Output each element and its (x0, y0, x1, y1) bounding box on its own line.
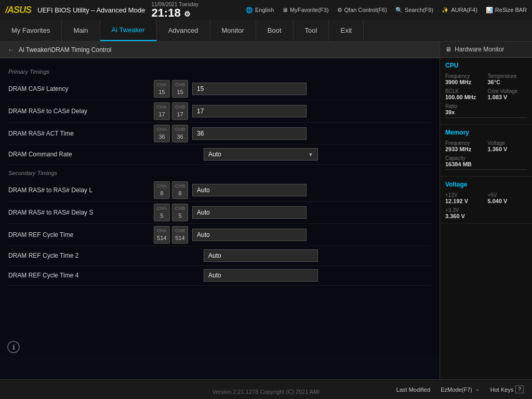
nav-ai-tweaker[interactable]: Ai Tweaker (100, 20, 157, 41)
header-bar: /ASUS UEFI BIOS Utility – Advanced Mode … (0, 0, 532, 20)
cpu-divider (445, 117, 527, 118)
cpu-bclk-item: BCLK 100.00 MHz (445, 88, 485, 100)
ras-ras-delay-s-dropdown[interactable]: Auto (192, 206, 307, 219)
memory-section: Memory Frequency 2933 MHz Voltage 1.360 … (440, 125, 532, 177)
nav-main[interactable]: Main (62, 20, 100, 41)
ref-cycle-badges: CHA 514 CHB 514 (154, 226, 188, 244)
cpu-section-title: CPU (445, 62, 527, 69)
memory-divider (445, 169, 527, 170)
main-nav: My Favorites Main Ai Tweaker Advanced Mo… (0, 20, 532, 42)
ras-ras-delay-l-dropdown[interactable]: Auto (192, 184, 307, 196)
ras-ras-l-badges: CHA 8 CHB 8 (154, 181, 188, 199)
voltage-stats-grid: +12V 12.192 V +5V 5.040 V (445, 192, 527, 204)
memory-voltage-item: Voltage 1.360 V (488, 140, 527, 152)
nav-tool[interactable]: Tool (294, 20, 329, 41)
ras-ras-delay-s-value: Auto (197, 209, 210, 216)
ras-ras-delay-s-label: DRAM RAS# to RAS# Delay S (8, 209, 154, 216)
primary-timings-label: Primary Timings (8, 69, 431, 75)
cpu-stats-grid: Frequency 3900 MHz Temperature 36°C BCLK… (445, 73, 527, 100)
dram-cas-latency-label: DRAM CAS# Latency (8, 85, 154, 92)
breadcrumb-bar: ← Ai Tweaker\DRAM Timing Control (0, 42, 440, 58)
chb-badge-4: CHB 8 (172, 181, 188, 199)
dram-command-rate-row: DRAM Command Rate Auto ▼ (8, 145, 431, 165)
voltage-section: Voltage +12V 12.192 V +5V 5.040 V +3.3V … (440, 177, 532, 224)
voltage-5v-item: +5V 5.040 V (488, 192, 527, 204)
nav-exit[interactable]: Exit (329, 20, 364, 41)
chb-badge-5: CHB 5 (172, 204, 188, 221)
ref-cycle-time4-value: Auto (208, 272, 221, 279)
hw-monitor-title: 🖥 Hardware Monitor (440, 42, 532, 58)
time-display: 21:18 ⚙ (151, 7, 198, 19)
hot-keys-button[interactable]: Hot Keys ? (490, 385, 524, 393)
cha-badge-4: CHA 8 (154, 181, 170, 199)
ref-cycle-time4-label: DRAM REF Cycle Time 4 (8, 272, 154, 279)
nav-monitor[interactable]: Monitor (210, 20, 256, 41)
bios-title: UEFI BIOS Utility – Advanced Mode (37, 6, 145, 14)
command-rate-value: Auto (208, 151, 221, 158)
dropdown-arrow-icon: ▼ (308, 152, 313, 157)
settings-panel: ← Ai Tweaker\DRAM Timing Control Primary… (0, 42, 440, 379)
ras-ras-s-badges: CHA 5 CHB 5 (154, 204, 188, 221)
cha-badge-5: CHA 5 (154, 204, 170, 221)
memory-frequency-item: Frequency 2933 MHz (445, 140, 485, 152)
settings-content: Primary Timings DRAM CAS# Latency CHA 15… (0, 58, 440, 291)
cpu-section: CPU Frequency 3900 MHz Temperature 36°C … (440, 58, 532, 125)
ref-cycle-time-value: Auto (197, 231, 210, 238)
resize-bar-shortcut[interactable]: 📊 ReSize BAR (486, 7, 527, 14)
dram-ras-act-time-label: DRAM RAS# ACT Time (8, 130, 154, 137)
cha-badge: CHA 15 (154, 80, 170, 98)
info-icon[interactable]: ℹ (7, 341, 20, 353)
voltage-12v-item: +12V 12.192 V (445, 192, 485, 204)
chb-badge: CHB 15 (172, 80, 188, 98)
dram-ref-cycle-time4-row: DRAM REF Cycle Time 4 Auto (8, 266, 431, 286)
memory-stats-grid: Frequency 2933 MHz Voltage 1.360 V (445, 140, 527, 152)
nav-my-favorites[interactable]: My Favorites (0, 20, 62, 41)
settings-gear-icon[interactable]: ⚙ (184, 10, 191, 18)
cpu-core-voltage-item: Core Voltage 1.083 V (488, 88, 527, 100)
ras-act-badges: CHA 36 CHB 36 (154, 125, 188, 142)
cpu-frequency-item: Frequency 3900 MHz (445, 73, 485, 85)
ref-cycle-time2-dropdown[interactable]: Auto (204, 249, 318, 262)
search-shortcut[interactable]: 🔍 Search(F9) (395, 7, 433, 14)
ez-mode-button[interactable]: EzMode(F7) → (441, 387, 480, 393)
aura-shortcut[interactable]: ✨ AURA(F4) (442, 7, 477, 14)
command-rate-dropdown[interactable]: Auto ▼ (204, 148, 318, 161)
cha-badge-3: CHA 36 (154, 125, 170, 142)
nav-advanced[interactable]: Advanced (157, 20, 210, 41)
my-favorite-shortcut[interactable]: 🖥 MyFavorite(F3) (282, 7, 329, 13)
chb-badge-6: CHB 514 (172, 226, 188, 244)
ref-cycle-time2-label: DRAM REF Cycle Time 2 (8, 252, 154, 259)
monitor-icon: 🖥 (445, 46, 451, 53)
dram-ref-cycle-time2-row: DRAM REF Cycle Time 2 Auto (8, 246, 431, 266)
ref-cycle-time-dropdown[interactable]: Auto (192, 229, 307, 241)
ref-cycle-time-label: DRAM REF Cycle Time (8, 231, 154, 238)
qfan-control-shortcut[interactable]: ⚙ Qfan Control(F6) (337, 7, 388, 14)
language-selector[interactable]: 🌐 English (246, 7, 274, 14)
cas-latency-badges: CHA 15 CHB 15 (154, 80, 188, 98)
voltage-section-title: Voltage (445, 181, 527, 188)
last-modified-button[interactable]: Last Modified (396, 387, 430, 393)
cas-latency-input[interactable] (192, 83, 307, 95)
voltage-33v-item: +3.3V 3.360 V (445, 207, 527, 219)
secondary-timings-label: Secondary Timings (8, 170, 431, 176)
version-text: Version 2.21.1278 Copyright (C) 2021 AMI (212, 389, 320, 395)
memory-capacity-item: Capacity 16384 MB (445, 155, 527, 167)
asus-logo: /ASUS (5, 5, 31, 16)
cha-badge-2: CHA 17 (154, 102, 170, 120)
ras-cas-delay-input[interactable] (192, 105, 307, 117)
back-button[interactable]: ← (7, 46, 15, 54)
chb-badge-3: CHB 36 (172, 125, 188, 142)
chb-badge-2: CHB 17 (172, 102, 188, 120)
hot-keys-question-icon: ? (515, 385, 524, 393)
breadcrumb-path: Ai Tweaker\DRAM Timing Control (19, 46, 112, 54)
ras-act-time-input[interactable] (192, 127, 307, 140)
ras-cas-badges: CHA 17 CHB 17 (154, 102, 188, 120)
dram-ras-ras-delay-l-row: DRAM RAS# to RAS# Delay L CHA 8 CHB 8 Au… (8, 179, 431, 202)
dram-cas-latency-row: DRAM CAS# Latency CHA 15 CHB 15 (8, 78, 431, 100)
ref-cycle-time4-dropdown[interactable]: Auto (204, 269, 318, 282)
ras-ras-delay-l-label: DRAM RAS# to RAS# Delay L (8, 187, 154, 194)
dram-ras-act-time-row: DRAM RAS# ACT Time CHA 36 CHB 36 (8, 123, 431, 145)
nav-boot[interactable]: Boot (256, 20, 294, 41)
header-shortcuts: 🌐 English 🖥 MyFavorite(F3) ⚙ Qfan Contro… (246, 7, 527, 14)
ez-mode-arrow-icon: → (474, 387, 480, 393)
